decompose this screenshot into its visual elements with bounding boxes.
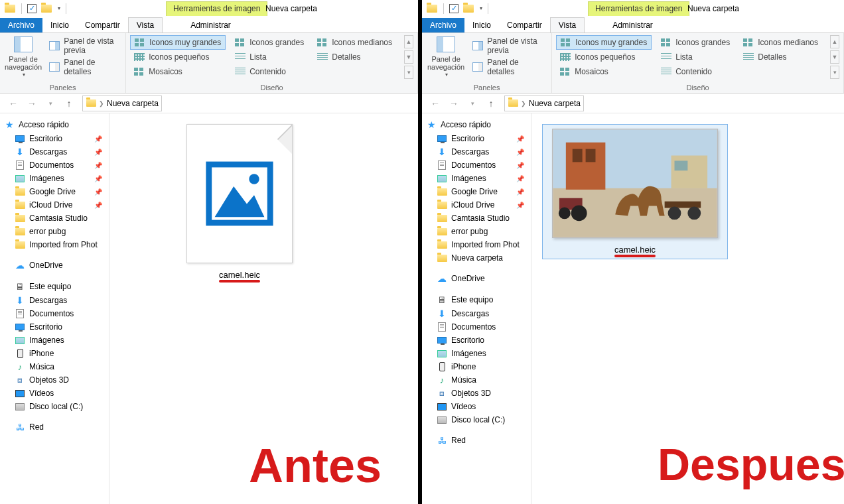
recent-dropdown[interactable]: ▾ — [464, 95, 480, 111]
scroll-up-icon[interactable]: ▲ — [830, 35, 839, 48]
qat-check-icon[interactable]: ✓ — [449, 4, 458, 13]
sidebar-item-documentos-pc[interactable]: Documentos — [0, 307, 109, 320]
layout-list[interactable]: Lista — [657, 50, 734, 64]
onedrive-header[interactable]: ☁OneDrive — [0, 258, 109, 273]
forward-button[interactable]: → — [446, 95, 462, 111]
scroll-up-icon[interactable]: ▲ — [404, 35, 413, 48]
sidebar-item-icloud[interactable]: iCloud Drive📌 — [422, 198, 531, 212]
tab-compartir[interactable]: Compartir — [499, 18, 550, 32]
sidebar-item-imagenes-pc[interactable]: Imágenes — [0, 334, 109, 347]
sidebar-item-documentos[interactable]: Documentos📌 — [0, 158, 109, 172]
sidebar-item-errorpubg[interactable]: error pubg — [0, 225, 109, 238]
sidebar-item-musica[interactable]: ♪Música — [0, 360, 109, 373]
qat-folder-icon[interactable] — [40, 3, 52, 15]
up-button[interactable]: ↑ — [483, 95, 499, 111]
sidebar-item-videos[interactable]: Vídeos — [422, 400, 531, 413]
file-list-area[interactable]: camel.heic Despues — [531, 113, 844, 504]
sidebar-item-documentos[interactable]: Documentos📌 — [422, 158, 531, 172]
sidebar-item-iphone[interactable]: iPhone — [422, 360, 531, 373]
forward-button[interactable]: → — [24, 95, 40, 111]
back-button[interactable]: ← — [5, 95, 21, 111]
details-pane-button[interactable]: Panel de detalles — [48, 56, 121, 78]
sidebar-item-escritorio[interactable]: Escritorio📌 — [0, 132, 109, 145]
layout-tiles[interactable]: Mosaicos — [556, 64, 652, 79]
layout-list[interactable]: Lista — [231, 50, 308, 64]
sidebar-item-imported[interactable]: Imported from Phot — [422, 238, 531, 251]
sidebar-item-descargas-pc[interactable]: ⬇Descargas — [422, 307, 531, 320]
sidebar-item-descargas[interactable]: ⬇Descargas📌 — [0, 145, 109, 158]
sidebar-item-imagenes[interactable]: Imágenes📌 — [422, 172, 531, 185]
breadcrumb[interactable]: Nueva carpeta — [107, 99, 159, 108]
layout-content[interactable]: Contenido — [231, 64, 308, 79]
sidebar-item-camtasia[interactable]: Camtasia Studio — [422, 212, 531, 225]
address-bar[interactable]: ❯ Nueva carpeta — [82, 95, 162, 111]
gallery-expand-icon[interactable]: ▾ — [404, 66, 413, 79]
layout-lg-icons[interactable]: Iconos grandes — [657, 35, 734, 50]
sidebar-item-iphone[interactable]: iPhone — [0, 347, 109, 360]
layout-content[interactable]: Contenido — [657, 64, 734, 79]
layout-xl-icons[interactable]: Iconos muy grandes — [130, 35, 226, 50]
sidebar-item-icloud[interactable]: iCloud Drive📌 — [0, 198, 109, 212]
gallery-expand-icon[interactable]: ▾ — [830, 66, 839, 79]
up-button[interactable]: ↑ — [61, 95, 77, 111]
sidebar-item-gdrive[interactable]: Google Drive📌 — [422, 185, 531, 198]
preview-pane-button[interactable]: Panel de vista previa — [471, 35, 547, 56]
file-item-camel[interactable]: camel.heic — [542, 124, 728, 259]
qat-folder-icon[interactable] — [462, 3, 474, 15]
preview-pane-button[interactable]: Panel de vista previa — [48, 35, 121, 56]
network-header[interactable]: 🖧Red — [422, 433, 531, 448]
details-pane-button[interactable]: Panel de detalles — [471, 56, 547, 78]
sidebar-item-descargas-pc[interactable]: ⬇Descargas — [0, 294, 109, 307]
recent-dropdown[interactable]: ▾ — [42, 95, 58, 111]
tab-archivo[interactable]: Archivo — [422, 18, 464, 32]
nav-pane-button[interactable]: Panel de navegación ▾ — [4, 35, 42, 78]
sidebar-item-escritorio-pc[interactable]: Escritorio — [422, 334, 531, 347]
sidebar-item-escritorio[interactable]: Escritorio📌 — [422, 132, 531, 145]
network-header[interactable]: 🖧Red — [0, 420, 109, 434]
context-tab-imagetools[interactable]: Herramientas de imagen — [588, 1, 689, 16]
tab-vista[interactable]: Vista — [550, 17, 585, 32]
layout-md-icons[interactable]: Iconos medianos — [739, 35, 822, 50]
sidebar-item-disco-c[interactable]: Disco local (C:) — [422, 413, 531, 426]
qat-dropdown-icon[interactable]: ▾ — [480, 5, 482, 11]
layout-sm-icons[interactable]: Iconos pequeños — [130, 50, 226, 64]
layout-tiles[interactable]: Mosaicos — [130, 64, 226, 79]
tab-archivo[interactable]: Archivo — [0, 18, 42, 32]
qat-check-icon[interactable]: ✓ — [27, 4, 36, 13]
chevron-right-icon[interactable]: ❯ — [99, 100, 104, 107]
tab-inicio[interactable]: Inicio — [464, 18, 499, 32]
sidebar-item-descargas[interactable]: ⬇Descargas📌 — [422, 145, 531, 158]
context-tab-imagetools[interactable]: Herramientas de imagen — [166, 1, 267, 16]
onedrive-header[interactable]: ☁OneDrive — [422, 271, 531, 286]
layout-md-icons[interactable]: Iconos medianos — [313, 35, 396, 50]
sidebar-item-gdrive[interactable]: Google Drive📌 — [0, 185, 109, 198]
tab-inicio[interactable]: Inicio — [42, 18, 77, 32]
layout-sm-icons[interactable]: Iconos pequeños — [556, 50, 652, 64]
sidebar-item-errorpubg[interactable]: error pubg — [422, 225, 531, 238]
sidebar-item-disco-c[interactable]: Disco local (C:) — [0, 400, 109, 413]
sidebar-item-imagenes-pc[interactable]: Imágenes — [422, 347, 531, 360]
sidebar-item-camtasia[interactable]: Camtasia Studio — [0, 212, 109, 225]
layout-details[interactable]: Detalles — [739, 50, 822, 64]
tab-administrar[interactable]: Administrar — [182, 18, 239, 32]
scroll-down-icon[interactable]: ▼ — [830, 50, 839, 64]
sidebar-item-imagenes[interactable]: Imágenes📌 — [0, 172, 109, 185]
chevron-right-icon[interactable]: ❯ — [521, 100, 526, 107]
scroll-down-icon[interactable]: ▼ — [404, 50, 413, 64]
tab-vista[interactable]: Vista — [128, 17, 163, 32]
this-pc-header[interactable]: 🖥Este equipo — [0, 279, 109, 294]
breadcrumb[interactable]: Nueva carpeta — [529, 99, 581, 108]
layout-details[interactable]: Detalles — [313, 50, 396, 64]
quick-access-header[interactable]: ★Acceso rápido — [0, 117, 109, 132]
tab-administrar[interactable]: Administrar — [604, 18, 661, 32]
sidebar-item-imported[interactable]: Imported from Phot — [0, 238, 109, 251]
sidebar-item-musica[interactable]: ♪Música — [422, 373, 531, 387]
address-bar[interactable]: ❯ Nueva carpeta — [504, 95, 584, 111]
sidebar-item-videos[interactable]: Vídeos — [0, 387, 109, 400]
layout-xl-icons[interactable]: Iconos muy grandes — [556, 35, 652, 50]
sidebar-item-objetos3d[interactable]: ⧈Objetos 3D — [0, 373, 109, 387]
sidebar-item-escritorio-pc[interactable]: Escritorio — [0, 320, 109, 334]
sidebar-item-objetos3d[interactable]: ⧈Objetos 3D — [422, 387, 531, 400]
file-item-camel[interactable]: camel.heic — [147, 124, 332, 280]
this-pc-header[interactable]: 🖥Este equipo — [422, 292, 531, 307]
